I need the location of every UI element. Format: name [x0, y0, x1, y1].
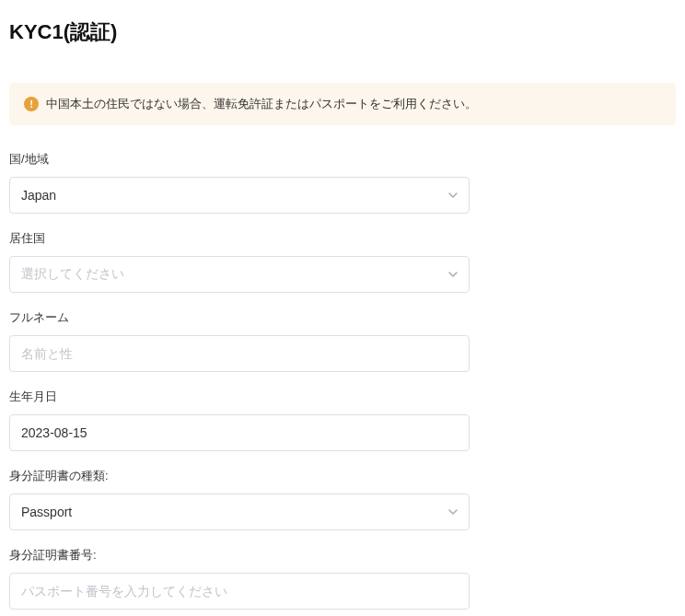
alert-text: 中国本土の住民ではない場合、運転免許証またはパスポートをご利用ください。: [46, 96, 477, 112]
fullname-label: フルネーム: [9, 309, 470, 326]
country-label: 国/地域: [9, 151, 470, 168]
fullname-group: フルネーム: [9, 309, 470, 372]
birthdate-label: 生年月日: [9, 389, 470, 405]
info-icon: !: [24, 97, 39, 111]
idtype-label: 身分証明書の種類:: [9, 468, 470, 484]
page-title: KYC1(認証): [9, 18, 676, 46]
residence-select[interactable]: [9, 256, 470, 293]
country-input[interactable]: [9, 177, 470, 214]
idtype-input[interactable]: [9, 494, 470, 530]
info-alert: ! 中国本土の住民ではない場合、運転免許証またはパスポートをご利用ください。: [9, 83, 676, 125]
fullname-input[interactable]: [9, 335, 470, 372]
residence-input[interactable]: [9, 256, 470, 293]
idnumber-label: 身分証明書番号:: [9, 547, 470, 564]
idtype-select[interactable]: [9, 494, 470, 530]
residence-label: 居住国: [9, 230, 470, 247]
idnumber-input[interactable]: [9, 573, 470, 610]
country-select[interactable]: [9, 177, 470, 214]
idnumber-group: 身分証明書番号:: [9, 547, 470, 610]
country-group: 国/地域: [9, 151, 470, 214]
idtype-group: 身分証明書の種類:: [9, 468, 470, 530]
birthdate-input[interactable]: [9, 414, 470, 451]
birthdate-group: 生年月日: [9, 389, 470, 451]
residence-group: 居住国: [9, 230, 470, 293]
